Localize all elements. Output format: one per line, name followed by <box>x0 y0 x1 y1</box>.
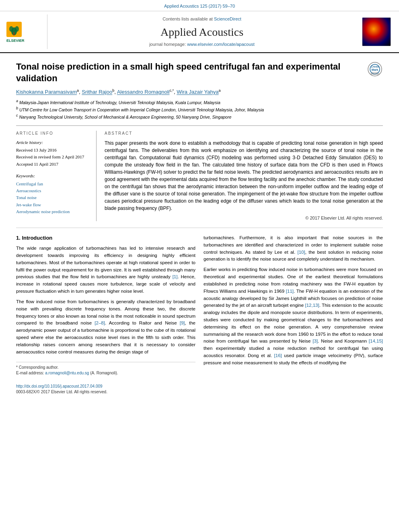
body-para-3: turbomachines. Furthermore, it is also i… <box>204 234 383 263</box>
accepted-date: Accepted 11 April 2017 <box>16 161 90 167</box>
ref-11[interactable]: [11] <box>286 289 294 294</box>
revised-date: Received in revised form 2 April 2017 <box>16 154 90 160</box>
ref-12-13[interactable]: [12,13] <box>305 303 319 308</box>
email-label: E-mail address: <box>16 371 44 375</box>
doi-link[interactable]: http://dx.doi.org/10.1016/j.apacoust.201… <box>16 384 103 388</box>
elsevier-logo: ELSEVIER <box>6 21 40 43</box>
homepage-label: journal homepage: <box>149 42 186 47</box>
ref-16[interactable]: [16] <box>274 353 282 358</box>
author-3[interactable]: Wira Jazair Yahya <box>177 89 218 95</box>
section-divider <box>16 228 383 228</box>
keywords-section: Keywords: Centrifugal fan Aeroacoustics … <box>16 173 90 215</box>
email-link[interactable]: a.romagnoli@ntu.edu.sg <box>45 371 89 375</box>
publisher-logo-area: ELSEVIER <box>3 14 47 49</box>
paper-content: Tonal noise prediction in a small high s… <box>0 53 399 403</box>
keyword-1: Aeroacoustics <box>16 188 90 194</box>
ref-14-15[interactable]: [14,15] <box>369 339 383 343</box>
journal-title: Applied Acoustics <box>160 24 243 40</box>
article-info-heading: Article Info <box>16 131 90 136</box>
paper-title-section: Tonal noise prediction in a small high s… <box>16 61 383 84</box>
author-2[interactable]: Alessandro Romagnoli <box>117 89 170 95</box>
paper-title: Tonal noise prediction in a small high s… <box>16 61 360 84</box>
svg-rect-4 <box>13 32 14 35</box>
received-date: Received 13 July 2016 <box>16 147 90 153</box>
author-0[interactable]: Kishokanna Paramasivam <box>16 89 77 95</box>
ref-1[interactable]: [1] <box>173 274 178 279</box>
author-1[interactable]: Srithar Rajoo <box>82 89 112 95</box>
svg-text:ELSEVIER: ELSEVIER <box>6 39 25 43</box>
svg-text:UPDATES: UPDATES <box>370 73 380 75</box>
ref-10[interactable]: [10] <box>297 250 305 255</box>
header-area: ELSEVIER Contents lists available at Sci… <box>0 11 399 53</box>
email-line: E-mail address: a.romagnoli@ntu.edu.sg (… <box>16 370 195 376</box>
keywords-label: Keywords: <box>16 173 90 179</box>
svg-text:Cross: Cross <box>371 65 379 68</box>
authors-line: Kishokanna Paramasivama, Srithar Rajoob,… <box>16 88 383 96</box>
history-label: Article history: <box>16 140 90 146</box>
ref-2-8[interactable]: [2–8] <box>95 320 105 325</box>
intro-para-2: The flow induced noise from turbomachine… <box>16 298 195 356</box>
header-right <box>356 14 393 49</box>
svg-point-3 <box>15 26 19 32</box>
sciencedirect-prefix: Contents lists available at <box>162 16 213 21</box>
email-suffix: (A. Romagnoli). <box>90 371 118 375</box>
ref-3[interactable]: [3] <box>313 339 318 343</box>
abstract-text: This paper presents the work done to est… <box>105 140 383 212</box>
svg-text:Mark: Mark <box>372 68 378 71</box>
journal-citation-link[interactable]: Applied Acoustics 125 (2017) 59–70 <box>164 4 235 8</box>
article-info-abstract-cols: Article Info Article history: Received 1… <box>16 125 383 221</box>
keyword-3: Jet-wake flow <box>16 202 90 208</box>
abstract-heading: Abstract <box>105 131 383 136</box>
svg-point-2 <box>9 26 13 32</box>
footnote-area: * Corresponding author. E-mail address: … <box>16 362 195 394</box>
keyword-4: Aerodynamic noise prediction <box>16 209 90 215</box>
affiliation-a: a Malaysia-Japan International Institute… <box>16 99 383 106</box>
body-para-4: Earlier works in predicting flow induced… <box>204 266 383 366</box>
journal-bar: Applied Acoustics 125 (2017) 59–70 <box>0 0 399 11</box>
corresponding-note: * Corresponding author. <box>16 365 195 370</box>
keyword-2: Tonal noise <box>16 195 90 201</box>
homepage-line: journal homepage: www.elsevier.com/locat… <box>149 41 255 47</box>
issn-line: 0003-682X/© 2017 Elsevier Ltd. All right… <box>16 389 195 395</box>
page: Applied Acoustics 125 (2017) 59–70 ELSEV… <box>0 0 399 532</box>
body-col-left: 1. Introduction The wide range applicati… <box>16 234 195 395</box>
journal-thumbnail <box>362 17 391 46</box>
article-info-col: Article Info Article history: Received 1… <box>16 131 97 221</box>
affiliation-c: c Nanyang Technological University, Scho… <box>16 113 383 120</box>
intro-heading: 1. Introduction <box>16 234 195 242</box>
body-content: 1. Introduction The wide range applicati… <box>16 234 383 395</box>
doi-line: http://dx.doi.org/10.1016/j.apacoust.201… <box>16 384 195 389</box>
abstract-col: Abstract This paper presents the work do… <box>105 131 383 221</box>
header-center: Contents lists available at ScienceDirec… <box>47 14 356 49</box>
affiliations: a Malaysia-Japan International Institute… <box>16 99 383 121</box>
homepage-link[interactable]: www.elsevier.com/locate/apacoust <box>187 42 255 47</box>
crossmark-badge[interactable]: Cross Mark UPDATES <box>367 61 383 77</box>
sciencedirect-line: Contents lists available at ScienceDirec… <box>162 16 241 22</box>
copyright-line: © 2017 Elsevier Ltd. All rights reserved… <box>105 215 383 221</box>
keyword-0: Centrifugal fan <box>16 181 90 187</box>
crossmark-icon: Cross Mark UPDATES <box>368 62 382 76</box>
intro-para-1: The wide range application of turbomachi… <box>16 245 195 295</box>
body-col-right: turbomachines. Furthermore, it is also i… <box>204 234 383 395</box>
sciencedirect-link[interactable]: ScienceDirect <box>214 16 241 21</box>
ref-9[interactable]: [9] <box>180 320 185 325</box>
affiliation-b: b UTM Centre for Low Carbon Transport in… <box>16 106 383 113</box>
